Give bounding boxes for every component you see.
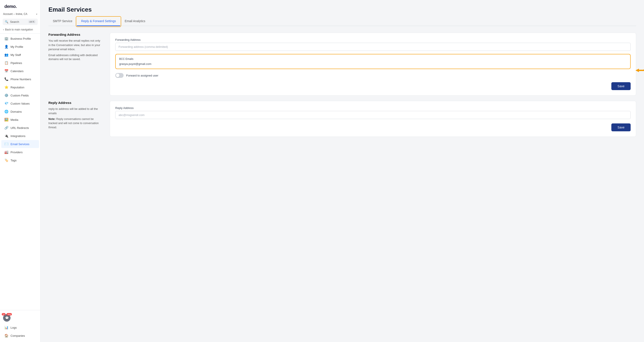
sidebar-item-label: Email Services <box>10 143 29 146</box>
integrations-icon: 🔌 <box>4 134 8 138</box>
reply-heading: Reply Address <box>48 101 103 105</box>
chevron-down-icon: ▾ <box>36 13 37 15</box>
reply-desc: Reply Address reply-to address will be a… <box>48 101 110 137</box>
sidebar-item-label: Custom Values <box>10 102 30 105</box>
sidebar-item-label: Domains <box>10 110 22 113</box>
tabs-bar: SMTP Service Reply & Forward Settings Em… <box>48 17 636 26</box>
sidebar-item-label: Providers <box>10 151 22 154</box>
reply-save-row: Save <box>115 123 631 131</box>
main-content-area: Email Services SMTP Service Reply & Forw… <box>40 0 644 342</box>
page-title: Email Services <box>48 6 636 13</box>
account-selector[interactable]: Account -- Irvine, CA ▾ <box>0 11 40 18</box>
sidebar-item-label: Reputation <box>10 86 24 89</box>
search-icon: 🔍 <box>5 20 8 24</box>
forwarding-address-input[interactable] <box>115 43 631 51</box>
reply-note-prefix: Note: <box>48 118 56 121</box>
sidebar-item-reputation[interactable]: ⭐ Reputation <box>1 83 39 91</box>
forwarding-heading: Forwarding Address <box>48 33 103 36</box>
sidebar-item-domains[interactable]: 🌐 Domains <box>1 108 39 116</box>
sidebar-item-integrations[interactable]: 🔌 Integrations <box>1 132 39 140</box>
email-services-icon: ✉️ <box>4 142 8 146</box>
app-logo: demo. <box>0 0 40 11</box>
reply-save-button[interactable]: Save <box>611 123 631 131</box>
search-shortcut: ctrl K <box>28 20 36 23</box>
sidebar-item-my-staff[interactable]: 👥 My Staff <box>1 51 39 59</box>
notification-badge: 11 <box>2 313 6 315</box>
page-header: Email Services SMTP Service Reply & Forw… <box>40 0 644 26</box>
tab-reply-forward[interactable]: Reply & Forward Settings <box>77 17 120 26</box>
tags-icon: 🏷️ <box>4 158 8 162</box>
phone-numbers-icon: 📞 <box>4 77 8 81</box>
sidebar-item-pipelines[interactable]: 📋 Pipelines <box>1 59 39 67</box>
bcc-box: BCC Emails grasya.puyot@gmail.com <box>115 54 631 69</box>
sidebar-item-logs[interactable]: 📊 Logs <box>1 323 39 331</box>
reply-note-text: Reply conversations cannot be tracked an… <box>48 118 98 129</box>
sidebar-item-label: Phone Numbers <box>10 78 31 81</box>
custom-values-icon: 💎 <box>4 102 8 105</box>
reply-card: Reply Address Save <box>110 101 636 137</box>
forwarding-card: Forwarding Address BCC Emails grasya.puy… <box>110 33 636 96</box>
sidebar: demo. Account -- Irvine, CA ▾ 🔍 Search c… <box>0 0 40 342</box>
sidebar-item-url-redirects[interactable]: 🔗 URL Redirects <box>1 124 39 132</box>
reputation-icon: ⭐ <box>4 85 8 89</box>
chat-icon: 💬 <box>5 316 9 320</box>
logs-icon: 📊 <box>4 325 8 329</box>
tab-smtp[interactable]: SMTP Service <box>48 17 77 26</box>
sidebar-item-my-profile[interactable]: 👤 My Profile <box>1 43 39 51</box>
back-to-main-nav[interactable]: ‹ Back to main navigation <box>0 27 40 34</box>
reply-address-input[interactable] <box>115 111 631 119</box>
providers-icon: 🏭 <box>4 150 8 154</box>
sidebar-item-label: Pipelines <box>10 61 22 65</box>
search-label: Search <box>10 20 19 24</box>
media-icon: 🖼️ <box>4 118 8 122</box>
sidebar-item-tags[interactable]: 🏷️ Tags <box>1 156 39 164</box>
user-avatar-section[interactable]: 💬 11 new <box>0 312 40 323</box>
reply-description: reply-to address will be added to all th… <box>48 107 103 115</box>
forwarding-save-row: Save <box>115 82 631 90</box>
sidebar-item-label: URL Redirects <box>10 126 29 130</box>
forwarding-description: You will receive the email replies not o… <box>48 39 103 52</box>
avatar: 💬 11 new <box>3 314 10 322</box>
reply-address-label: Reply Address <box>115 106 631 110</box>
sidebar-item-providers[interactable]: 🏭 Providers <box>1 148 39 156</box>
sidebar-item-media[interactable]: 🖼️ Media <box>1 116 39 124</box>
search-bar[interactable]: 🔍 Search ctrl K <box>3 19 38 25</box>
forwarding-address-section: Forwarding Address You will receive the … <box>48 33 636 96</box>
forwarding-address-label: Forwarding Address <box>115 38 631 42</box>
sidebar-item-label: Integrations <box>10 134 26 138</box>
sidebar-item-calendars[interactable]: 📅 Calendars <box>1 67 39 75</box>
sidebar-item-label: Calendars <box>10 70 24 73</box>
url-redirects-icon: 🔗 <box>4 126 8 130</box>
toggle-row: Forward to assigned user <box>115 73 631 78</box>
yellow-arrow-annotation <box>631 58 644 80</box>
sidebar-item-email-services[interactable]: ✉️ Email Services <box>1 140 39 148</box>
tab-email-analytics[interactable]: Email Analytics <box>120 17 150 26</box>
sidebar-item-business-profile[interactable]: 🏢 Business Profile <box>1 35 39 43</box>
reply-address-section: Reply Address reply-to address will be a… <box>48 101 636 137</box>
sidebar-item-companies[interactable]: 🏠 Companies <box>1 332 39 339</box>
new-badge: new <box>6 313 12 315</box>
my-staff-icon: 👥 <box>4 53 8 57</box>
sidebar-item-label: My Profile <box>10 45 23 49</box>
calendars-icon: 📅 <box>4 69 8 73</box>
forwarding-save-button[interactable]: Save <box>611 82 631 90</box>
sidebar-item-custom-values[interactable]: 💎 Custom Values <box>1 100 39 107</box>
sidebar-item-label: Companies <box>10 334 25 337</box>
forwarding-desc: Forwarding Address You will receive the … <box>48 33 110 96</box>
companies-icon: 🏠 <box>4 334 8 337</box>
sidebar-item-label: Tags <box>10 159 16 162</box>
domains-icon: 🌐 <box>4 110 8 114</box>
toggle-knob <box>116 74 120 77</box>
svg-marker-0 <box>636 69 639 72</box>
account-label: Account -- Irvine, CA <box>3 13 28 16</box>
sidebar-item-label: Media <box>10 118 18 121</box>
sidebar-item-label: Logs <box>10 326 17 329</box>
forward-toggle[interactable] <box>115 73 124 78</box>
business-profile-icon: 🏢 <box>4 37 8 41</box>
sidebar-item-custom-fields[interactable]: ⚙️ Custom Fields <box>1 91 39 99</box>
forwarding-note: Email addresses colliding with dedicated… <box>48 53 103 62</box>
custom-fields-icon: ⚙️ <box>4 93 8 97</box>
sidebar-item-phone-numbers[interactable]: 📞 Phone Numbers <box>1 75 39 83</box>
bcc-section: BCC Emails grasya.puyot@gmail.com <box>115 54 631 69</box>
sidebar-nav: 🏢 Business Profile 👤 My Profile 👥 My Sta… <box>0 35 40 164</box>
